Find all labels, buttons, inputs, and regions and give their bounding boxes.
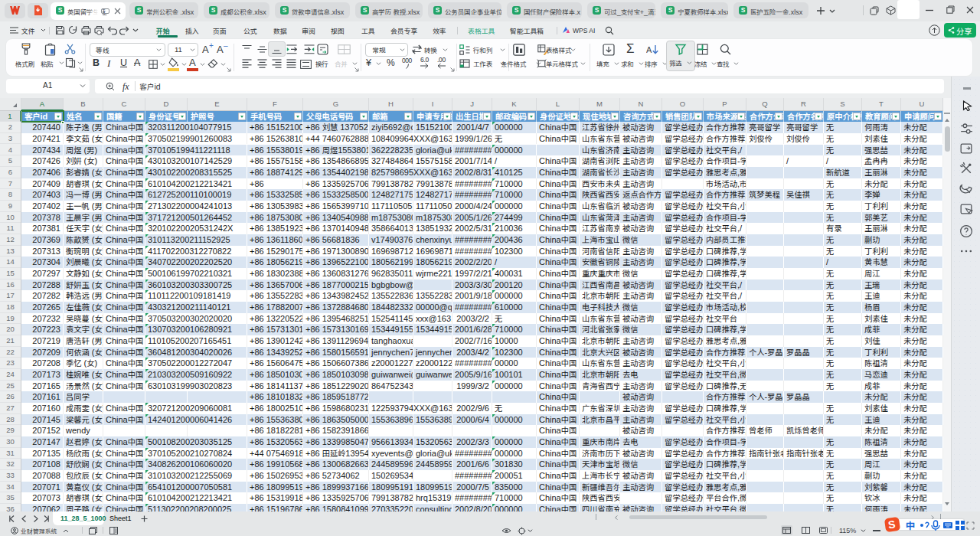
svg-text:中: 中 <box>906 520 915 531</box>
svg-text:A: A <box>646 45 652 54</box>
